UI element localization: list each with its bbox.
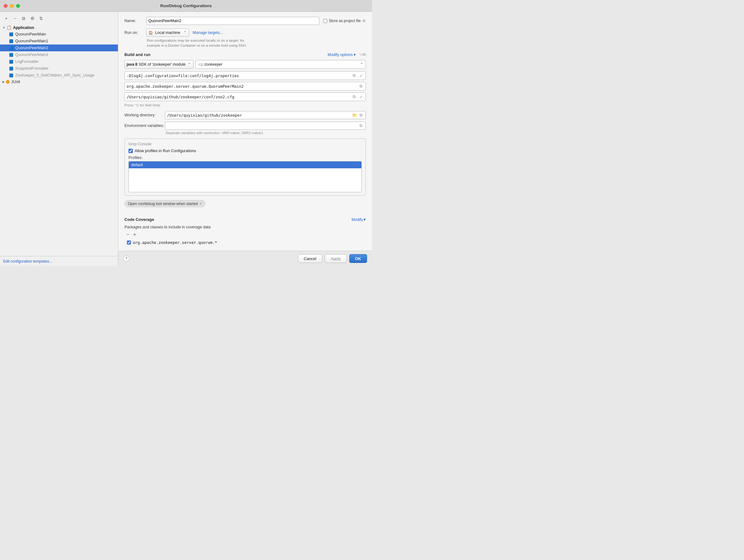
working-directory-icons: 📁 ⧉	[352, 112, 364, 118]
remove-config-button[interactable]: −	[11, 15, 18, 22]
main-class-row[interactable]: org.apache.zookeeper.server.quorum.Quoru…	[124, 82, 366, 90]
junit-group-label: JUnit	[11, 80, 20, 84]
application-group-icon: 📋	[6, 25, 11, 30]
sidebar-item-label-1: QuorumPeerMain	[15, 32, 46, 36]
help-button[interactable]: ?	[123, 255, 129, 262]
tool-window-close-button[interactable]: ×	[200, 201, 202, 206]
traffic-lights	[4, 4, 20, 8]
vm-options-icons: ⧉ ⤢	[351, 73, 364, 78]
keyboard-shortcut: ⌥M	[359, 52, 366, 57]
name-label: Name:	[124, 19, 146, 23]
add-config-button[interactable]: +	[2, 15, 10, 22]
cancel-button[interactable]: Cancel	[298, 254, 322, 263]
code-coverage-header: Code Coverage Modify ▾	[124, 217, 366, 222]
application-group-header[interactable]: ▼ 📋 Application	[0, 24, 118, 31]
vm-options-row[interactable]: -Dlog4j.configuration=file:conf/log4j.pr…	[124, 71, 366, 80]
minimize-button[interactable]	[10, 4, 14, 8]
store-as-project-checkbox[interactable]	[323, 19, 327, 23]
manage-targets-link[interactable]: Manage targets...	[193, 31, 223, 35]
packages-toolbar: − +	[124, 231, 366, 238]
build-and-run-section-header: Build and run Modify options ▾ ⌥M	[124, 52, 366, 57]
store-as-project-row: Store as project file ⚙	[323, 19, 366, 23]
working-dir-copy-button[interactable]: ⧉	[358, 112, 364, 118]
working-directory-label: Working directory:	[124, 113, 165, 117]
copy-config-button[interactable]: ⧉	[20, 15, 27, 22]
right-panel: Name: Store as project file ⚙ Run on: 🏠 …	[118, 12, 372, 266]
sidebar-item-label-2: QuorumPeerMain1	[15, 39, 48, 43]
cp-field[interactable]: -cp zookeeper ⌃	[195, 60, 366, 69]
add-package-button[interactable]: +	[131, 231, 138, 238]
main-class-value: org.apache.zookeeper.server.quorum.Quoru…	[126, 84, 356, 89]
config-icon-4: 🟦	[9, 52, 14, 57]
sidebar-footer: Edit configuration templates...	[0, 256, 118, 266]
sort-button[interactable]: ⇅	[37, 15, 45, 22]
sidebar-item-zookeeper-api[interactable]: 🟦 ZooKeeper_5_GetChildren_API_Sync_Usage	[0, 72, 118, 79]
chevron-down-icon: ▾	[354, 52, 356, 57]
modify-link-label: Modify	[351, 218, 363, 222]
package-label-1: org.apache.zookeeper.server.quorum.*	[133, 240, 217, 245]
run-on-hint: Run configurations may be executed local…	[147, 38, 366, 48]
junit-dot-icon	[6, 80, 10, 84]
package-item-1: org.apache.zookeeper.server.quorum.*	[124, 239, 366, 246]
tool-window-label: Open run/debug tool window when started	[128, 201, 198, 206]
modify-code-coverage-link[interactable]: Modify ▾	[351, 217, 366, 222]
sidebar-item-quorumpeermain1[interactable]: 🟦 QuorumPeerMain1	[0, 38, 118, 44]
allow-profiles-label: Allow profiles in Run Configurations	[135, 149, 196, 153]
run-debug-configurations-window: Run/Debug Configurations + − ⧉ ⚙ ⇅ ▼ 📋 A…	[0, 0, 372, 266]
close-button[interactable]	[4, 4, 7, 8]
junit-group-header[interactable]: ▶ JUnit	[0, 79, 118, 85]
config-icon-3: 🟦	[9, 45, 14, 50]
program-args-icons: ⧉ ⤢	[351, 94, 364, 100]
titlebar: Run/Debug Configurations	[0, 0, 372, 12]
working-directory-row: Working directory: /Users/quyixiao/githu…	[124, 111, 366, 119]
application-group-label: Application	[13, 26, 34, 30]
local-machine-label: Local machine	[155, 31, 180, 35]
sidebar-item-label-4: QuorumPeerMain3	[15, 52, 48, 57]
name-input[interactable]	[146, 17, 320, 25]
working-dir-browse-button[interactable]: 📁	[352, 112, 358, 118]
cp-dropdown-arrow-icon: ⌃	[360, 62, 364, 67]
settings-gear-icon: ⚙	[362, 19, 366, 23]
env-variables-copy-button[interactable]: ⧉	[358, 123, 364, 128]
vm-options-copy-button[interactable]: ⧉	[351, 73, 357, 78]
vm-options-expand-button[interactable]: ⤢	[358, 73, 364, 78]
sep-hint: Separate variables with semicolon: VAR=v…	[165, 131, 366, 135]
sidebar-item-label-7: ZooKeeper_5_GetChildren_API_Sync_Usage	[15, 73, 94, 77]
code-coverage-title: Code Coverage	[124, 217, 154, 222]
run-on-row: Run on: 🏠 Local machine ⌃ Manage targets…	[124, 29, 366, 37]
env-variables-label: Environment variables:	[124, 123, 165, 128]
sidebar: + − ⧉ ⚙ ⇅ ▼ 📋 Application 🟦 QuorumPeerMa…	[0, 12, 118, 266]
config-icon-1: 🟦	[9, 32, 14, 37]
settings-button[interactable]: ⚙	[29, 15, 36, 22]
apply-button[interactable]: Apply	[325, 254, 347, 263]
program-args-expand-button[interactable]: ⤢	[358, 94, 364, 100]
program-args-row[interactable]: /Users/quyixiao/github/zookeeper/conf/zo…	[124, 92, 366, 101]
environment-variables-row: Environment variables: ⧉	[124, 122, 366, 130]
sidebar-toolbar: + − ⧉ ⚙ ⇅	[0, 14, 118, 23]
profile-default[interactable]: default	[129, 161, 362, 168]
profiles-list[interactable]: default	[128, 161, 362, 192]
sidebar-item-label-6: SnapshotFormatter	[15, 66, 48, 71]
program-args-copy-button[interactable]: ⧉	[351, 94, 357, 100]
modify-options-link[interactable]: Modify options ▾	[328, 52, 356, 57]
edit-templates-link[interactable]: Edit configuration templates...	[3, 259, 52, 263]
package-checkbox-1[interactable]	[127, 240, 131, 245]
packages-label: Packages and classes to include in cover…	[124, 225, 366, 229]
main-class-copy-button[interactable]: ⧉	[358, 83, 364, 89]
sidebar-item-logformatter[interactable]: 🟦 LogFormatter	[0, 58, 118, 65]
sidebar-item-snapshotformatter[interactable]: 🟦 SnapshotFormatter	[0, 65, 118, 72]
sdk-dropdown[interactable]: java 8 SDK of 'zookeeper' module ⌃	[124, 60, 193, 69]
sidebar-item-quorumpeermain2[interactable]: 🟦 QuorumPeerMain2	[0, 44, 118, 51]
sidebar-item-quorumpeermain[interactable]: 🟦 QuorumPeerMain	[0, 31, 118, 38]
maximize-button[interactable]	[16, 4, 20, 8]
remove-package-button[interactable]: −	[124, 231, 131, 238]
allow-profiles-checkbox[interactable]	[128, 149, 133, 153]
sdk-java-label: java 8	[126, 62, 138, 67]
config-icon-2: 🟦	[9, 39, 14, 44]
working-directory-field[interactable]: /Users/quyixiao/github/zookeeper 📁 ⧉	[165, 111, 366, 119]
env-variables-field[interactable]: ⧉	[165, 122, 366, 130]
local-machine-dropdown[interactable]: 🏠 Local machine ⌃	[146, 29, 189, 37]
sidebar-item-quorumpeermain3[interactable]: 🟦 QuorumPeerMain3	[0, 51, 118, 58]
sdk-row: java 8 SDK of 'zookeeper' module ⌃ -cp z…	[124, 60, 366, 69]
ok-button[interactable]: OK	[349, 254, 367, 263]
